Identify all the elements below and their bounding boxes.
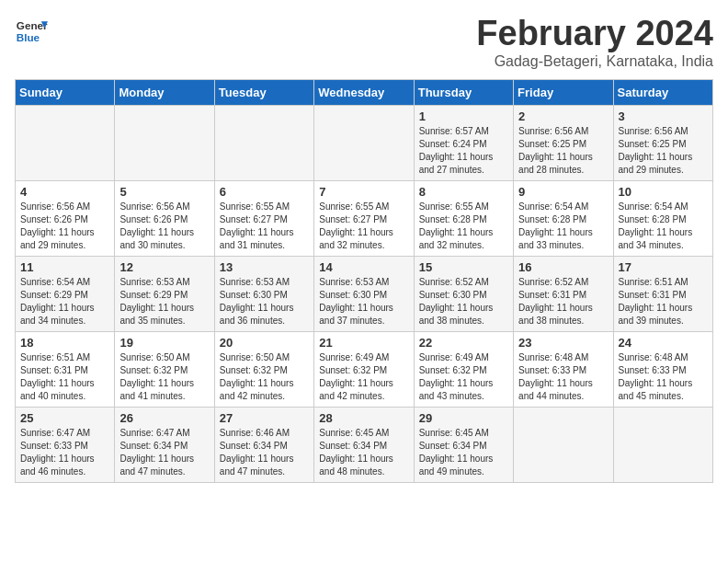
day-info: Sunrise: 6:47 AM Sunset: 6:34 PM Dayligh… — [119, 427, 209, 478]
day-number: 18 — [20, 336, 109, 350]
day-info: Sunrise: 6:49 AM Sunset: 6:32 PM Dayligh… — [319, 351, 408, 403]
day-number: 27 — [220, 411, 309, 425]
day-info: Sunrise: 6:45 AM Sunset: 6:34 PM Dayligh… — [319, 427, 408, 478]
day-number: 8 — [419, 185, 508, 199]
calendar-cell: 19Sunrise: 6:50 AM Sunset: 6:32 PM Dayli… — [115, 331, 214, 407]
day-info: Sunrise: 6:52 AM Sunset: 6:30 PM Dayligh… — [419, 276, 508, 327]
calendar-cell: 9Sunrise: 6:54 AM Sunset: 6:28 PM Daylig… — [514, 180, 613, 256]
calendar-cell: 25Sunrise: 6:47 AM Sunset: 6:33 PM Dayli… — [16, 407, 115, 482]
day-info: Sunrise: 6:48 AM Sunset: 6:33 PM Dayligh… — [518, 351, 608, 403]
day-number: 3 — [619, 109, 708, 123]
svg-text:General: General — [17, 19, 48, 31]
calendar-cell: 11Sunrise: 6:54 AM Sunset: 6:29 PM Dayli… — [16, 256, 115, 331]
day-info: Sunrise: 6:47 AM Sunset: 6:33 PM Dayligh… — [20, 427, 109, 478]
day-info: Sunrise: 6:51 AM Sunset: 6:31 PM Dayligh… — [619, 276, 708, 327]
calendar-cell: 26Sunrise: 6:47 AM Sunset: 6:34 PM Dayli… — [115, 407, 214, 482]
calendar-cell: 16Sunrise: 6:52 AM Sunset: 6:31 PM Dayli… — [514, 256, 613, 331]
calendar-cell: 29Sunrise: 6:45 AM Sunset: 6:34 PM Dayli… — [414, 407, 513, 482]
day-number: 4 — [20, 185, 109, 199]
calendar-cell: 5Sunrise: 6:56 AM Sunset: 6:26 PM Daylig… — [115, 180, 214, 256]
week-row-2: 4Sunrise: 6:56 AM Sunset: 6:26 PM Daylig… — [16, 180, 713, 256]
calendar-cell — [613, 407, 712, 482]
day-info: Sunrise: 6:54 AM Sunset: 6:28 PM Dayligh… — [619, 201, 708, 252]
day-number: 14 — [319, 260, 408, 274]
day-number: 24 — [619, 336, 708, 350]
day-info: Sunrise: 6:56 AM Sunset: 6:25 PM Dayligh… — [619, 125, 708, 177]
calendar-cell: 20Sunrise: 6:50 AM Sunset: 6:32 PM Dayli… — [214, 331, 313, 407]
day-number: 26 — [119, 411, 209, 425]
calendar-cell — [514, 407, 613, 482]
title-area: February 2024 Gadag-Betageri, Karnataka,… — [476, 15, 713, 70]
day-info: Sunrise: 6:55 AM Sunset: 6:27 PM Dayligh… — [220, 201, 309, 252]
col-wednesday: Wednesday — [314, 79, 414, 105]
logo-icon: General Blue — [15, 15, 48, 48]
calendar-cell: 6Sunrise: 6:55 AM Sunset: 6:27 PM Daylig… — [214, 180, 313, 256]
calendar-cell: 10Sunrise: 6:54 AM Sunset: 6:28 PM Dayli… — [613, 180, 712, 256]
week-row-5: 25Sunrise: 6:47 AM Sunset: 6:33 PM Dayli… — [16, 407, 713, 482]
calendar-cell: 22Sunrise: 6:49 AM Sunset: 6:32 PM Dayli… — [414, 331, 513, 407]
calendar-cell: 28Sunrise: 6:45 AM Sunset: 6:34 PM Dayli… — [314, 407, 414, 482]
day-number: 7 — [319, 185, 408, 199]
calendar-cell: 21Sunrise: 6:49 AM Sunset: 6:32 PM Dayli… — [314, 331, 414, 407]
calendar-cell: 8Sunrise: 6:55 AM Sunset: 6:28 PM Daylig… — [414, 180, 513, 256]
day-number: 5 — [119, 185, 209, 199]
day-info: Sunrise: 6:52 AM Sunset: 6:31 PM Dayligh… — [518, 276, 608, 327]
day-info: Sunrise: 6:54 AM Sunset: 6:28 PM Dayligh… — [518, 201, 608, 252]
calendar-cell: 15Sunrise: 6:52 AM Sunset: 6:30 PM Dayli… — [414, 256, 513, 331]
col-sunday: Sunday — [16, 79, 115, 105]
day-number: 2 — [518, 109, 608, 123]
header-row: Sunday Monday Tuesday Wednesday Thursday… — [16, 79, 713, 105]
day-info: Sunrise: 6:48 AM Sunset: 6:33 PM Dayligh… — [619, 351, 708, 403]
day-info: Sunrise: 6:54 AM Sunset: 6:29 PM Dayligh… — [20, 276, 109, 327]
day-number: 19 — [119, 336, 209, 350]
day-number: 9 — [518, 185, 608, 199]
day-number: 15 — [419, 260, 508, 274]
col-monday: Monday — [115, 79, 214, 105]
day-number: 6 — [220, 185, 309, 199]
calendar-table: Sunday Monday Tuesday Wednesday Thursday… — [15, 79, 713, 483]
calendar-cell: 7Sunrise: 6:55 AM Sunset: 6:27 PM Daylig… — [314, 180, 414, 256]
day-info: Sunrise: 6:51 AM Sunset: 6:31 PM Dayligh… — [20, 351, 109, 403]
calendar-cell: 24Sunrise: 6:48 AM Sunset: 6:33 PM Dayli… — [613, 331, 712, 407]
day-info: Sunrise: 6:45 AM Sunset: 6:34 PM Dayligh… — [419, 427, 508, 478]
calendar-cell: 4Sunrise: 6:56 AM Sunset: 6:26 PM Daylig… — [16, 180, 115, 256]
calendar-cell — [314, 105, 414, 180]
calendar-cell: 1Sunrise: 6:57 AM Sunset: 6:24 PM Daylig… — [414, 105, 513, 180]
day-info: Sunrise: 6:53 AM Sunset: 6:30 PM Dayligh… — [319, 276, 408, 327]
day-number: 29 — [419, 411, 508, 425]
day-number: 1 — [419, 109, 508, 123]
day-info: Sunrise: 6:56 AM Sunset: 6:26 PM Dayligh… — [20, 201, 109, 252]
month-title: February 2024 — [476, 15, 713, 53]
day-info: Sunrise: 6:55 AM Sunset: 6:27 PM Dayligh… — [319, 201, 408, 252]
header: General Blue General Blue February 2024 … — [15, 15, 713, 70]
col-saturday: Saturday — [613, 79, 712, 105]
day-number: 12 — [119, 260, 209, 274]
day-number: 22 — [419, 336, 508, 350]
week-row-1: 1Sunrise: 6:57 AM Sunset: 6:24 PM Daylig… — [16, 105, 713, 180]
col-friday: Friday — [514, 79, 613, 105]
day-number: 23 — [518, 336, 608, 350]
calendar-cell: 17Sunrise: 6:51 AM Sunset: 6:31 PM Dayli… — [613, 256, 712, 331]
day-number: 13 — [220, 260, 309, 274]
day-info: Sunrise: 6:56 AM Sunset: 6:25 PM Dayligh… — [518, 125, 608, 177]
day-info: Sunrise: 6:57 AM Sunset: 6:24 PM Dayligh… — [419, 125, 508, 177]
day-number: 28 — [319, 411, 408, 425]
day-info: Sunrise: 6:46 AM Sunset: 6:34 PM Dayligh… — [220, 427, 309, 478]
calendar-cell: 13Sunrise: 6:53 AM Sunset: 6:30 PM Dayli… — [214, 256, 313, 331]
week-row-3: 11Sunrise: 6:54 AM Sunset: 6:29 PM Dayli… — [16, 256, 713, 331]
calendar-cell: 12Sunrise: 6:53 AM Sunset: 6:29 PM Dayli… — [115, 256, 214, 331]
day-info: Sunrise: 6:53 AM Sunset: 6:30 PM Dayligh… — [220, 276, 309, 327]
day-info: Sunrise: 6:53 AM Sunset: 6:29 PM Dayligh… — [119, 276, 209, 327]
day-info: Sunrise: 6:49 AM Sunset: 6:32 PM Dayligh… — [419, 351, 508, 403]
logo: General Blue General Blue — [15, 15, 48, 48]
location-title: Gadag-Betageri, Karnataka, India — [476, 53, 713, 70]
day-number: 20 — [220, 336, 309, 350]
day-number: 21 — [319, 336, 408, 350]
calendar-cell: 3Sunrise: 6:56 AM Sunset: 6:25 PM Daylig… — [613, 105, 712, 180]
day-number: 25 — [20, 411, 109, 425]
day-info: Sunrise: 6:50 AM Sunset: 6:32 PM Dayligh… — [119, 351, 209, 403]
day-number: 10 — [619, 185, 708, 199]
day-number: 11 — [20, 260, 109, 274]
week-row-4: 18Sunrise: 6:51 AM Sunset: 6:31 PM Dayli… — [16, 331, 713, 407]
day-info: Sunrise: 6:55 AM Sunset: 6:28 PM Dayligh… — [419, 201, 508, 252]
